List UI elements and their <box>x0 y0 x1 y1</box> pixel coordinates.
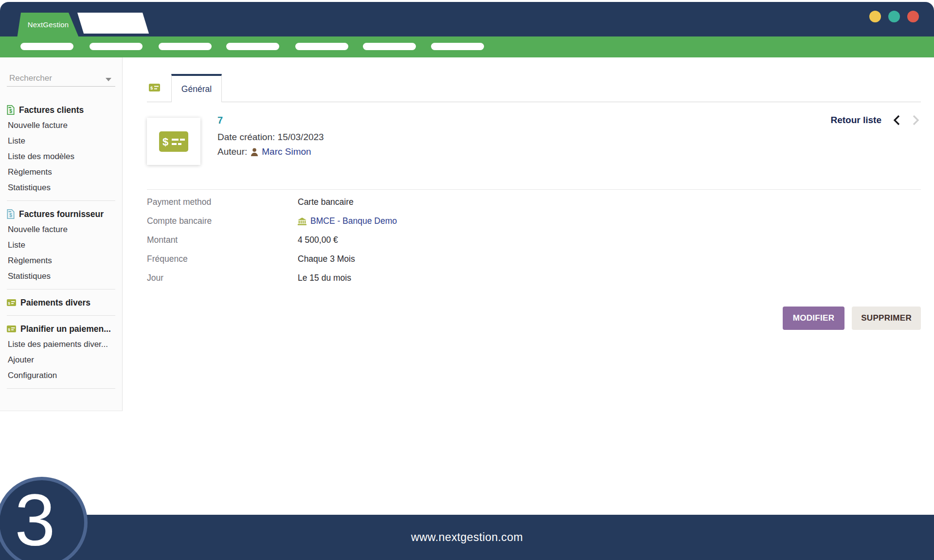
invoice-dollar-icon: $ <box>7 209 15 219</box>
tab-general[interactable]: Général <box>171 74 222 102</box>
detail-row-frequence: Fréquence Chaque 3 Mois <box>147 250 921 269</box>
divider <box>7 315 115 316</box>
sidebar-item-liste-paiements-divers[interactable]: Liste des paiements diver... <box>7 337 115 352</box>
bank-account-link[interactable]: BMCE - Banque Demo <box>310 216 397 226</box>
sidebar-section-factures-clients[interactable]: $ Factures clients <box>7 102 115 118</box>
sidebar-section-factures-fournisseur[interactable]: $ Factures fournisseur <box>7 206 115 222</box>
money-check-icon: $ <box>7 299 16 306</box>
tabs-underline <box>147 102 921 102</box>
nav-pill[interactable] <box>431 43 484 50</box>
divider <box>7 289 115 289</box>
record-author-row: Auteur: Marc Simon <box>217 146 324 157</box>
details-table: Payment method Carte bancaire Compte ban… <box>147 189 921 288</box>
sidebar-item-liste-fournisseur[interactable]: Liste <box>7 237 115 253</box>
nav-pill[interactable] <box>159 43 212 50</box>
teal-dot-icon[interactable] <box>888 11 900 22</box>
invoice-dollar-icon: $ <box>7 105 15 115</box>
sidebar-item-reglements-fournisseur[interactable]: Règlements <box>7 253 115 269</box>
yellow-dot-icon[interactable] <box>869 11 881 22</box>
sidebar-section-label: Factures clients <box>19 105 84 115</box>
back-to-list-link[interactable]: Retour liste <box>830 115 881 126</box>
brand-logo[interactable]: NextGestion <box>17 13 79 38</box>
record-header: 7 Date création: 15/03/2023 Auteur: Marc… <box>217 115 324 157</box>
money-check-icon: $ <box>149 84 160 93</box>
nav-pill[interactable] <box>90 43 143 50</box>
modify-button[interactable]: MODIFIER <box>783 307 845 330</box>
sidebar: Rechercher $ Factures clients Nouvelle f… <box>0 57 123 411</box>
page-number-badge: 3 <box>0 477 88 560</box>
app-window: NextGestion Rechercher $ Factures client… <box>0 0 934 560</box>
sidebar-section-paiements-divers[interactable]: $ Paiements divers <box>7 295 115 310</box>
svg-text:$: $ <box>9 108 12 114</box>
record-navigation: Retour liste <box>830 115 919 126</box>
sidebar-item-nouvelle-facture-client[interactable]: Nouvelle facture <box>7 118 115 133</box>
footer-website: www.nextgestion.com <box>411 531 523 544</box>
record-creation-date: Date création: 15/03/2023 <box>217 132 324 143</box>
sidebar-item-nouvelle-facture-fournisseur[interactable]: Nouvelle facture <box>7 222 115 237</box>
nav-pill[interactable] <box>295 43 348 50</box>
nav-pill[interactable] <box>363 43 416 50</box>
action-buttons: MODIFIER SUPPRIMER <box>783 307 921 330</box>
window-traffic-dots <box>869 11 919 22</box>
red-dot-icon[interactable] <box>907 11 919 22</box>
author-name-link[interactable]: Marc Simon <box>262 146 311 157</box>
record-thumbnail-card: $ <box>147 118 200 165</box>
window-titlebar: NextGestion <box>0 2 934 36</box>
sidebar-item-reglements-clients[interactable]: Règlements <box>7 164 115 180</box>
detail-row-payment-method: Payment method Carte bancaire <box>147 193 921 212</box>
sidebar-item-statistiques-fournisseur[interactable]: Statistiques <box>7 269 115 284</box>
brand-name: NextGestion <box>28 20 69 31</box>
delete-button[interactable]: SUPPRIMER <box>852 307 921 330</box>
svg-text:$: $ <box>8 327 11 332</box>
search-placeholder: Rechercher <box>7 72 115 85</box>
sidebar-section-label: Factures fournisseur <box>19 209 104 219</box>
sidebar-section-planifier-paiement[interactable]: $ Planifier un paiemen... <box>7 321 115 337</box>
record-number: 7 <box>217 115 324 126</box>
divider <box>7 200 115 201</box>
sidebar-section-label: Planifier un paiemen... <box>20 324 111 334</box>
money-check-dollar-icon: $ <box>159 131 188 152</box>
divider <box>7 388 115 389</box>
chevron-right-icon <box>912 115 919 126</box>
bank-icon <box>298 217 306 225</box>
sidebar-item-ajouter[interactable]: Ajouter <box>7 352 115 368</box>
detail-row-compte-bancaire: Compte bancaire BMCE - Banque Demo <box>147 212 921 231</box>
svg-text:$: $ <box>150 85 153 90</box>
detail-row-montant: Montant 4 500,00 € <box>147 231 921 250</box>
chevron-down-icon <box>106 78 111 81</box>
brand-decor-slash <box>77 13 149 34</box>
chevron-left-icon[interactable] <box>893 115 900 126</box>
nav-pill[interactable] <box>226 43 279 50</box>
page-number: 3 <box>15 484 69 560</box>
svg-text:$: $ <box>9 213 12 218</box>
search-input[interactable]: Rechercher <box>7 72 115 87</box>
svg-text:$: $ <box>8 301 11 306</box>
author-label: Auteur: <box>217 146 247 157</box>
sidebar-item-liste-clients[interactable]: Liste <box>7 133 115 149</box>
money-check-icon: $ <box>7 325 16 332</box>
sidebar-item-statistiques-clients[interactable]: Statistiques <box>7 180 115 196</box>
nav-pill[interactable] <box>20 43 73 50</box>
detail-row-jour: Jour Le 15 du mois <box>147 269 921 288</box>
user-icon <box>251 148 258 156</box>
svg-text:$: $ <box>162 136 168 148</box>
tab-general-label: Général <box>181 84 212 94</box>
sidebar-item-liste-modeles[interactable]: Liste des modèles <box>7 149 115 164</box>
main-nav <box>0 36 934 57</box>
sidebar-section-label: Paiements divers <box>20 298 90 308</box>
footer: www.nextgestion.com <box>0 515 934 560</box>
sidebar-item-configuration[interactable]: Configuration <box>7 368 115 383</box>
